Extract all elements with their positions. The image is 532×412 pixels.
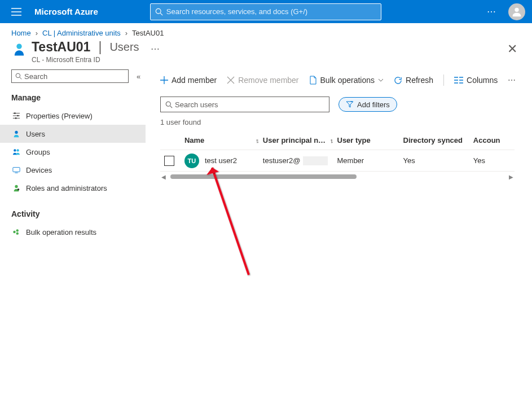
sidebar-heading-activity: Activity <box>11 209 146 218</box>
breadcrumb-level1[interactable]: CL | Administrative units <box>42 29 121 37</box>
hamburger-menu[interactable] <box>5 0 28 23</box>
page-subtitle: CL - Microsoft Entra ID <box>32 56 507 64</box>
column-label: User principal n… <box>263 136 326 144</box>
bulk-operations-dropdown[interactable]: Bulk operations <box>309 76 384 85</box>
groups-icon <box>12 148 20 156</box>
sidebar-item-bulk-results[interactable]: Bulk operation results <box>11 223 146 241</box>
page-header: TestAU01 | Users ⋯ CL - Microsoft Entra … <box>0 40 532 69</box>
collapse-sidebar-button[interactable]: « <box>137 72 140 81</box>
svg-point-6 <box>15 117 17 119</box>
user-search-input[interactable] <box>175 100 324 109</box>
column-label: Directory synced <box>403 136 463 144</box>
scroll-right-arrow[interactable]: ▶ <box>508 174 515 180</box>
add-filters-label: Add filters <box>357 100 390 109</box>
toolbar-label: Bulk operations <box>320 76 375 85</box>
toolbar-separator <box>443 74 444 86</box>
column-directory-synced[interactable]: Directory synced <box>403 136 473 144</box>
toolbar-label: Add member <box>172 76 217 85</box>
column-label: Name <box>184 136 204 144</box>
search-icon <box>165 101 173 108</box>
title-more-icon[interactable]: ⋯ <box>151 43 161 54</box>
scroll-left-arrow[interactable]: ◀ <box>160 174 167 180</box>
sidebar-item-label: Properties (Preview) <box>26 112 93 120</box>
svg-point-1 <box>515 7 518 11</box>
breadcrumb-home[interactable]: Home <box>11 29 31 37</box>
table-row[interactable]: TU test user2 testuser2@ Member Yes Yes <box>160 150 515 172</box>
columns-icon <box>454 77 463 84</box>
sidebar: « Manage Properties (Preview) Users Grou… <box>0 69 146 241</box>
svg-point-0 <box>156 8 161 14</box>
document-icon <box>309 76 317 85</box>
add-member-button[interactable]: Add member <box>160 76 217 85</box>
sidebar-search[interactable] <box>11 69 129 83</box>
column-name[interactable]: Name ↑↓ <box>179 136 263 144</box>
breadcrumb-current: TestAU01 <box>132 29 164 37</box>
svg-point-3 <box>16 73 20 78</box>
user-avatar[interactable] <box>508 3 525 20</box>
main-content: Add member Remove member Bulk operations… <box>146 69 532 241</box>
toolbar: Add member Remove member Bulk operations… <box>160 69 532 91</box>
title-separator: | <box>98 40 102 55</box>
refresh-icon <box>394 76 402 85</box>
admin-icon <box>12 184 20 192</box>
upn-value: testuser2@ <box>263 156 301 165</box>
column-account[interactable]: Accoun <box>473 136 515 144</box>
svg-point-12 <box>17 189 20 191</box>
breadcrumb: Home › CL | Administrative units › TestA… <box>0 23 532 40</box>
global-search[interactable] <box>150 3 381 20</box>
svg-point-7 <box>15 131 17 134</box>
columns-button[interactable]: Columns <box>454 76 498 85</box>
user-name[interactable]: test user2 <box>205 156 237 165</box>
top-more-icon[interactable]: ⋯ <box>483 6 500 17</box>
admin-unit-icon <box>11 42 27 58</box>
sidebar-item-groups[interactable]: Groups <box>11 143 146 161</box>
sidebar-item-properties[interactable]: Properties (Preview) <box>11 107 146 125</box>
plus-icon <box>160 76 168 84</box>
horizontal-scrollbar[interactable]: ◀ ▶ <box>160 173 515 181</box>
sort-icon[interactable]: ↑↓ <box>330 137 332 144</box>
remove-member-button: Remove member <box>227 76 298 85</box>
sliders-icon <box>12 112 20 120</box>
toolbar-label: Refresh <box>406 76 433 85</box>
sidebar-item-roles[interactable]: Roles and administrators <box>11 179 146 197</box>
svg-point-14 <box>16 229 19 231</box>
global-search-input[interactable] <box>166 7 376 16</box>
account-value: Yes <box>473 156 485 165</box>
toolbar-label: Remove member <box>238 76 298 85</box>
add-filters-button[interactable]: Add filters <box>338 97 397 112</box>
svg-point-2 <box>16 44 21 49</box>
azure-top-bar: Microsoft Azure ⋯ <box>0 0 532 23</box>
refresh-button[interactable]: Refresh <box>394 76 433 85</box>
svg-rect-10 <box>13 168 20 172</box>
svg-point-11 <box>15 185 17 188</box>
device-icon <box>12 166 20 174</box>
user-search[interactable] <box>160 97 329 112</box>
scroll-thumb[interactable] <box>170 174 357 179</box>
svg-point-5 <box>17 115 19 117</box>
sidebar-item-label: Groups <box>26 148 50 156</box>
toolbar-label: Columns <box>467 76 498 85</box>
column-label: Accoun <box>473 136 500 144</box>
svg-point-13 <box>13 231 15 233</box>
column-upn[interactable]: User principal n… ↑↓ <box>263 136 337 144</box>
svg-point-4 <box>14 112 16 114</box>
close-blade-button[interactable]: ✕ <box>507 42 521 56</box>
sidebar-search-input[interactable] <box>24 72 125 81</box>
sort-icon[interactable]: ↑↓ <box>256 137 257 144</box>
chevron-down-icon <box>378 78 384 82</box>
column-label: User type <box>337 136 371 144</box>
brand-title[interactable]: Microsoft Azure <box>34 7 98 16</box>
toolbar-more-icon[interactable]: ⋯ <box>508 76 517 85</box>
column-user-type[interactable]: User type <box>337 136 403 144</box>
user-initials-avatar: TU <box>184 154 199 168</box>
sidebar-item-users[interactable]: Users <box>0 125 146 143</box>
directory-synced-value: Yes <box>403 156 415 165</box>
sidebar-item-label: Roles and administrators <box>26 184 107 192</box>
page-section: Users <box>109 41 139 54</box>
sidebar-item-label: Bulk operation results <box>26 228 96 236</box>
search-icon <box>155 8 163 16</box>
sidebar-heading-manage: Manage <box>11 93 146 102</box>
sidebar-item-devices[interactable]: Devices <box>11 161 146 179</box>
svg-point-9 <box>16 149 19 151</box>
row-checkbox[interactable] <box>164 156 174 166</box>
